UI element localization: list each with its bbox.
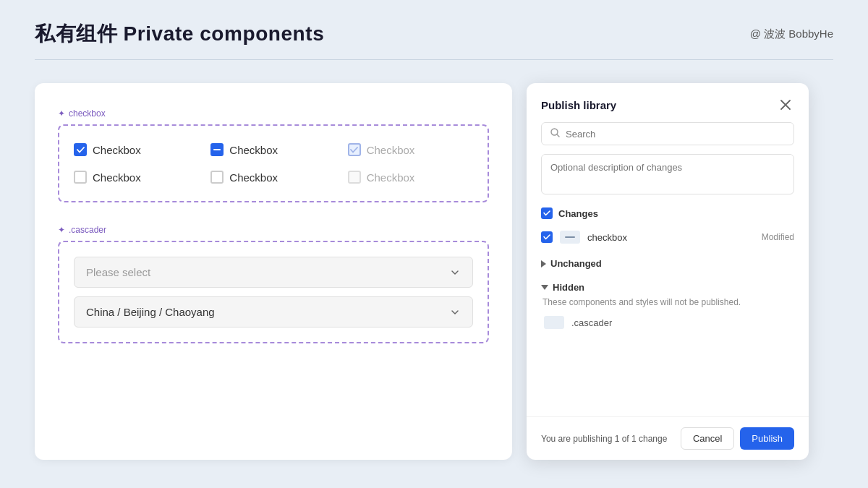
triangle-down-icon: [541, 285, 548, 290]
checkbox-unchecked-3[interactable]: [348, 171, 361, 184]
checkbox-section-label: ✦ checkbox: [58, 108, 106, 119]
search-bar[interactable]: [541, 122, 794, 145]
footer-status: You are publishing 1 of 1 change: [541, 434, 667, 444]
change-icon: [560, 231, 580, 244]
main-content: ✦ checkbox Checkbox: [0, 60, 868, 483]
cascader-section-label: ✦ .cascader: [58, 225, 106, 235]
checkbox-item-3: Checkbox: [348, 143, 473, 156]
cascader-dashed-box: Please select China / Beijing / Chaoyang: [58, 241, 489, 343]
diamond-icon-2: ✦: [58, 225, 65, 235]
hidden-title: Hidden: [553, 282, 584, 293]
select-china-beijing[interactable]: China / Beijing / Chaoyang: [74, 296, 473, 328]
modal-body: Changes checkbox Modified: [527, 122, 809, 414]
changes-header: Changes: [541, 207, 794, 219]
hidden-description: These components and styles will not be …: [541, 297, 794, 307]
search-icon: [550, 128, 560, 140]
checkbox-item-1: Checkbox: [74, 143, 199, 156]
unchanged-header[interactable]: Unchanged: [541, 254, 794, 273]
svg-rect-0: [213, 149, 221, 150]
checkbox-unchecked-1[interactable]: [74, 171, 87, 184]
hidden-icon-block: [544, 316, 564, 329]
hidden-header[interactable]: Hidden: [541, 278, 794, 297]
modal-header: Publish library: [527, 83, 809, 122]
checkbox-item-6: Checkbox: [348, 171, 473, 184]
close-button[interactable]: [777, 96, 794, 114]
cancel-button[interactable]: Cancel: [681, 427, 734, 450]
chevron-down-icon-2: [449, 307, 461, 318]
unchanged-section: Unchanged: [541, 254, 794, 273]
changes-section: Changes checkbox Modified: [541, 207, 794, 248]
left-panel: ✦ checkbox Checkbox: [35, 83, 512, 460]
diamond-icon: ✦: [58, 108, 65, 119]
checkbox-section: ✦ checkbox Checkbox: [58, 106, 489, 202]
checkbox-indeterminate-1[interactable]: [210, 143, 224, 156]
changes-checkbox[interactable]: [541, 207, 553, 219]
triangle-right-icon: [541, 260, 546, 267]
cascader-section: ✦ .cascader Please select China / Beijin…: [58, 223, 489, 343]
page-title: 私有组件 Private components: [35, 20, 324, 48]
checkbox-item-2: Checkbox: [210, 143, 336, 156]
publish-library-modal: Publish library: [527, 83, 809, 460]
publish-button[interactable]: Publish: [740, 427, 794, 450]
select-value: China / Beijing / Chaoyang: [86, 306, 215, 318]
select-please-select[interactable]: Please select: [74, 257, 473, 288]
checkbox-label-6: Checkbox: [367, 171, 415, 184]
checkbox-dashed-box: Checkbox Checkbox: [58, 124, 489, 202]
checkbox-checked-blue-1[interactable]: [74, 143, 87, 156]
checkbox-label-3: Checkbox: [367, 144, 415, 156]
chevron-down-icon-1: [449, 267, 461, 278]
page-header: 私有组件 Private components @ 波波 BobbyHe: [0, 0, 868, 59]
checkbox-label-2: Checkbox: [229, 144, 278, 156]
user-info: @ 波波 BobbyHe: [750, 27, 833, 41]
hidden-item-name: .cascader: [571, 317, 612, 328]
hidden-section: Hidden These components and styles will …: [541, 278, 794, 332]
checkbox-label-4: Checkbox: [93, 171, 141, 184]
checkbox-checked-light-1[interactable]: [348, 143, 361, 156]
changes-title: Changes: [558, 208, 598, 219]
unchanged-title: Unchanged: [550, 258, 602, 269]
checkbox-label-1: Checkbox: [93, 144, 141, 156]
description-input[interactable]: [541, 154, 794, 194]
checkbox-grid: Checkbox Checkbox: [74, 143, 473, 184]
checkbox-item-5: Checkbox: [210, 171, 336, 184]
search-input[interactable]: [566, 129, 785, 140]
checkbox-unchecked-2[interactable]: [210, 171, 224, 184]
hidden-item-cascader: .cascader: [541, 313, 794, 332]
change-status: Modified: [762, 232, 794, 242]
select-placeholder: Please select: [86, 266, 150, 278]
change-name: checkbox: [587, 232, 754, 243]
footer-actions: Cancel Publish: [681, 427, 794, 450]
change-item-checkbox-cb[interactable]: [541, 231, 553, 243]
change-item-checkbox: checkbox Modified: [541, 226, 794, 248]
checkbox-label-5: Checkbox: [229, 171, 278, 184]
modal-title: Publish library: [541, 99, 616, 111]
modal-footer: You are publishing 1 of 1 change Cancel …: [527, 416, 809, 460]
checkbox-item-4: Checkbox: [74, 171, 199, 184]
